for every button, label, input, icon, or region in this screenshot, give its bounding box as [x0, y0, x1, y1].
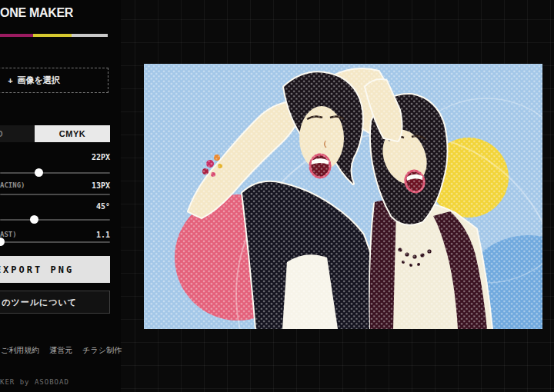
brand-color-bar — [0, 34, 108, 37]
brand-bar-yellow — [33, 34, 72, 37]
angle-slider[interactable] — [0, 219, 110, 221]
halftone-image — [144, 64, 542, 329]
flyer-link[interactable]: チラシ制作 — [82, 345, 122, 356]
terms-link[interactable]: ご利用規約 — [1, 345, 39, 356]
export-png-button[interactable]: EXPORT PNG — [0, 256, 110, 283]
spacing-slider[interactable] — [0, 194, 110, 195]
footer-links: ご利用規約 運営元 チラシ制作 — [1, 345, 122, 356]
angle-value: 45° — [96, 202, 110, 211]
about-tool-button[interactable]: このツールについて — [0, 291, 110, 314]
contrast-value: 1.1 — [96, 231, 110, 239]
operator-link[interactable]: 運営元 — [49, 345, 72, 356]
mode-toggle-mono[interactable]: NO — [0, 125, 35, 142]
select-image-label: 画像を選択 — [18, 75, 60, 86]
select-image-button[interactable]: + 画像を選択 — [0, 68, 108, 93]
halftone-dot-overlay — [144, 64, 542, 329]
brand-bar-magenta — [0, 34, 33, 37]
app-title: ONE MAKER — [0, 6, 73, 20]
contrast-slider[interactable] — [0, 241, 110, 243]
contrast-handle[interactable] — [0, 238, 5, 246]
sidebar: ONE MAKER + 画像を選択 NO CMYK 22PX ACING) 13… — [0, 0, 121, 392]
preview-canvas[interactable] — [144, 64, 542, 329]
spacing-label: ACING) — [0, 181, 25, 189]
credit-text: KER by ASOBOAD — [0, 378, 69, 386]
dot-size-value: 22PX — [92, 153, 110, 161]
plus-icon: + — [8, 76, 12, 85]
dot-size-slider[interactable] — [0, 172, 110, 174]
spacing-value: 13PX — [92, 181, 110, 190]
mode-toggle-cmyk[interactable]: CMYK — [35, 125, 110, 142]
brand-bar-gray — [72, 34, 108, 37]
dot-size-handle[interactable] — [35, 168, 43, 177]
mode-toggle: NO CMYK — [0, 125, 110, 142]
angle-handle[interactable] — [30, 215, 38, 224]
contrast-label: AST) — [0, 231, 17, 238]
